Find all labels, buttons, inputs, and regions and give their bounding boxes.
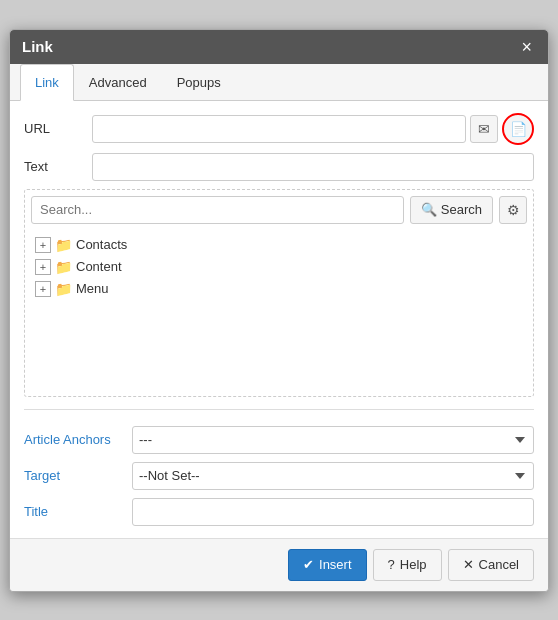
- url-row: URL ✉ 📄: [24, 113, 534, 145]
- gear-button[interactable]: ⚙: [499, 196, 527, 224]
- expand-contacts-icon[interactable]: +: [35, 237, 51, 253]
- cancel-x-icon: ✕: [463, 557, 474, 572]
- article-anchors-select[interactable]: ---: [132, 426, 534, 454]
- target-row: Target --Not Set--: [24, 462, 534, 490]
- target-label: Target: [24, 468, 124, 483]
- help-button[interactable]: ? Help: [373, 549, 442, 581]
- text-label: Text: [24, 159, 84, 174]
- dialog-title: Link: [22, 38, 53, 55]
- tab-bar: Link Advanced Popups: [10, 64, 548, 101]
- folder-menu-icon: 📁: [55, 281, 72, 297]
- dialog-titlebar: Link ×: [10, 30, 548, 64]
- tree-label-menu: Menu: [76, 281, 109, 296]
- tree-label-contacts: Contacts: [76, 237, 127, 252]
- folder-content-icon: 📁: [55, 259, 72, 275]
- tree-item-contacts[interactable]: + 📁 Contacts: [31, 234, 527, 256]
- close-button[interactable]: ×: [517, 38, 536, 56]
- expand-content-icon[interactable]: +: [35, 259, 51, 275]
- tab-link[interactable]: Link: [20, 64, 74, 101]
- title-row: Title: [24, 498, 534, 526]
- search-icon: 🔍: [421, 202, 437, 217]
- url-input[interactable]: [92, 115, 466, 143]
- search-input[interactable]: [31, 196, 404, 224]
- insert-button[interactable]: ✔ Insert: [288, 549, 367, 581]
- title-input[interactable]: [132, 498, 534, 526]
- insert-checkmark-icon: ✔: [303, 557, 314, 572]
- url-label: URL: [24, 121, 84, 136]
- tab-advanced[interactable]: Advanced: [74, 64, 162, 101]
- tab-popups[interactable]: Popups: [162, 64, 236, 101]
- text-input-wrap: [92, 153, 534, 181]
- article-anchors-row: Article Anchors ---: [24, 426, 534, 454]
- title-label: Title: [24, 504, 124, 519]
- email-icon-button[interactable]: ✉: [470, 115, 498, 143]
- dialog-body: URL ✉ 📄 Text 🔍 Search ⚙: [10, 101, 548, 538]
- divider: [24, 409, 534, 410]
- browse-icon-button[interactable]: 📄: [502, 113, 534, 145]
- dialog-footer: ✔ Insert ? Help ✕ Cancel: [10, 538, 548, 591]
- tree-section: + 📁 Contacts + 📁 Content + 📁 Menu: [31, 230, 527, 390]
- target-select[interactable]: --Not Set--: [132, 462, 534, 490]
- cancel-button[interactable]: ✕ Cancel: [448, 549, 534, 581]
- search-button[interactable]: 🔍 Search: [410, 196, 493, 224]
- tree-label-content: Content: [76, 259, 122, 274]
- article-anchors-label: Article Anchors: [24, 432, 124, 447]
- text-input[interactable]: [92, 153, 534, 181]
- folder-contacts-icon: 📁: [55, 237, 72, 253]
- bottom-form: Article Anchors --- Target --Not Set-- T…: [24, 422, 534, 526]
- url-input-wrap: ✉ 📄: [92, 113, 534, 145]
- tree-item-content[interactable]: + 📁 Content: [31, 256, 527, 278]
- help-question-icon: ?: [388, 557, 395, 572]
- link-dialog: Link × Link Advanced Popups URL ✉ 📄 Text: [9, 29, 549, 592]
- tree-item-menu[interactable]: + 📁 Menu: [31, 278, 527, 300]
- search-row: 🔍 Search ⚙: [31, 196, 527, 224]
- search-section: 🔍 Search ⚙ + 📁 Contacts + 📁 Content: [24, 189, 534, 397]
- expand-menu-icon[interactable]: +: [35, 281, 51, 297]
- text-row: Text: [24, 153, 534, 181]
